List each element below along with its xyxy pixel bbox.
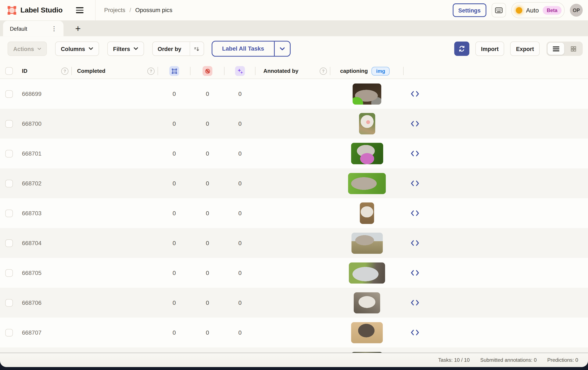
label-all-tasks-button[interactable]: Label All Tasks [212, 41, 291, 57]
table-rows: 668699 0 0 0 [0, 79, 588, 370]
top-bar: Label Studio Projects / Opossum pics Set… [0, 0, 588, 21]
row-checkbox[interactable] [5, 329, 13, 336]
table-row[interactable]: 668699 0 0 0 [0, 79, 588, 109]
table-row[interactable]: 668704 0 0 0 [0, 228, 588, 258]
row-checkbox[interactable] [5, 269, 13, 277]
task-thumbnail[interactable] [351, 143, 383, 164]
tasks-count: Tasks: 10 / 10 [438, 357, 470, 363]
code-icon [410, 150, 420, 157]
auto-label: Auto [526, 7, 539, 14]
breadcrumb-project-name: Opossum pics [135, 7, 172, 14]
show-source-button[interactable] [403, 198, 426, 228]
import-button[interactable]: Import [475, 41, 504, 56]
keyboard-icon [494, 6, 503, 15]
annotations-count: 0 [158, 180, 190, 187]
table-row[interactable]: 668706 0 0 0 [0, 288, 588, 318]
table-row[interactable]: 668703 0 0 0 [0, 198, 588, 228]
beta-badge: Beta [543, 6, 562, 15]
annotations-count: 0 [158, 329, 190, 336]
tab-default[interactable]: Default ⋮ [3, 21, 63, 36]
annotations-column-icon[interactable] [169, 66, 179, 76]
show-source-button[interactable] [403, 109, 426, 139]
sort-direction-icon[interactable] [189, 42, 204, 55]
show-source-button[interactable] [403, 258, 426, 288]
task-thumbnail[interactable] [348, 173, 386, 194]
task-thumbnail[interactable] [353, 83, 381, 104]
cancelled-count: 0 [190, 240, 224, 247]
row-id: 668702 [22, 180, 41, 187]
task-thumbnail[interactable] [351, 322, 383, 343]
show-source-button[interactable] [403, 139, 426, 168]
filters-button[interactable]: Filters [107, 41, 144, 56]
menu-hamburger-icon[interactable] [74, 4, 85, 16]
add-tab-button[interactable]: + [73, 24, 83, 33]
select-all-checkbox[interactable] [5, 67, 13, 75]
actions-button[interactable]: Actions [8, 41, 47, 56]
row-id: 668707 [22, 329, 41, 336]
task-thumbnail[interactable] [354, 292, 380, 313]
task-thumbnail[interactable] [349, 262, 385, 283]
cancelled-count: 0 [190, 299, 224, 306]
annotations-count: 0 [158, 150, 190, 157]
help-icon[interactable]: ? [320, 67, 327, 74]
show-source-button[interactable] [403, 168, 426, 198]
show-source-button[interactable] [403, 318, 426, 347]
show-source-button[interactable] [403, 228, 426, 258]
row-checkbox[interactable] [5, 239, 13, 247]
cancelled-count: 0 [190, 150, 224, 157]
grid-view-button[interactable] [565, 43, 582, 55]
table-row[interactable]: 668702 0 0 0 [0, 168, 588, 198]
filters-label: Filters [113, 45, 130, 52]
list-view-button[interactable] [547, 43, 564, 55]
show-source-button[interactable] [403, 288, 426, 318]
breadcrumb-projects[interactable]: Projects [104, 7, 126, 14]
task-thumbnail[interactable] [351, 232, 383, 254]
row-checkbox[interactable] [5, 90, 13, 98]
app-logo[interactable]: Label Studio [8, 6, 63, 15]
tab-menu-kebab-icon[interactable]: ⋮ [50, 24, 59, 33]
chevron-down-icon [133, 47, 138, 50]
column-header-completed[interactable]: Completed [77, 68, 105, 74]
export-button[interactable]: Export [510, 41, 539, 56]
row-checkbox[interactable] [5, 299, 13, 307]
settings-button[interactable]: Settings [453, 3, 486, 17]
row-id: 668701 [22, 150, 41, 157]
row-checkbox[interactable] [5, 150, 13, 157]
show-source-button[interactable] [403, 79, 426, 109]
predictions-column-icon[interactable] [235, 66, 245, 76]
row-checkbox[interactable] [5, 179, 13, 187]
help-icon[interactable]: ? [61, 67, 68, 74]
row-id: 668705 [22, 269, 41, 276]
cancelled-count: 0 [190, 329, 224, 336]
annotations-count: 0 [158, 210, 190, 216]
breadcrumb-separator: / [129, 7, 131, 14]
cancelled-count: 0 [190, 90, 224, 97]
column-header-captioning[interactable]: captioning [340, 68, 368, 74]
columns-label: Columns [61, 45, 85, 52]
code-icon [410, 299, 420, 306]
order-by-button[interactable]: Order by [152, 41, 204, 56]
table-row[interactable]: 668700 0 0 0 [0, 109, 588, 139]
table-row[interactable]: 668707 0 0 0 [0, 318, 588, 347]
columns-button[interactable]: Columns [55, 41, 99, 56]
footer: Tasks: 10 / 10 Submitted annotations: 0 … [0, 353, 588, 370]
cancelled-annotations-column-icon[interactable] [202, 66, 212, 76]
grid-view-icon [570, 45, 576, 52]
label-all-tasks-dropdown[interactable] [274, 41, 290, 56]
auto-mode-toggle[interactable]: Auto Beta [511, 2, 565, 18]
refresh-button[interactable] [454, 41, 469, 56]
keyboard-shortcuts-button[interactable] [492, 3, 506, 17]
actions-label: Actions [13, 45, 34, 52]
column-header-id[interactable]: ID [22, 68, 27, 74]
column-header-annotated-by[interactable]: Annotated by [263, 68, 298, 74]
help-icon[interactable]: ? [147, 67, 155, 74]
user-avatar[interactable]: OP [570, 4, 583, 17]
row-checkbox[interactable] [5, 120, 13, 127]
task-thumbnail[interactable] [359, 113, 375, 134]
row-checkbox[interactable] [5, 209, 13, 217]
table-row[interactable]: 668705 0 0 0 [0, 258, 588, 288]
task-thumbnail[interactable] [360, 202, 374, 224]
table-row[interactable]: 668701 0 0 0 [0, 139, 588, 168]
app-name: Label Studio [20, 6, 63, 14]
tab-default-label: Default [10, 25, 27, 31]
